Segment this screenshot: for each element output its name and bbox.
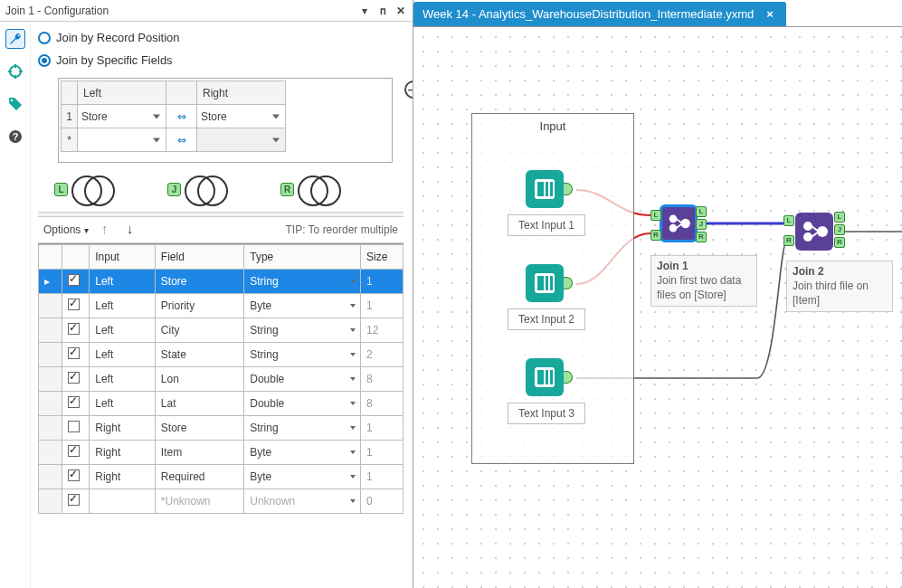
col-field[interactable]: Field [155, 245, 243, 270]
move-up-button[interactable]: ↑ [96, 221, 114, 239]
input-anchor-r[interactable]: R [650, 230, 661, 241]
checkbox[interactable] [68, 494, 80, 506]
output-anchor-j[interactable]: J [696, 219, 707, 230]
svg-rect-6 [546, 182, 548, 196]
canvas-panel: Week 14 - Analytics_WarehouseDistributio… [413, 0, 902, 588]
config-icon-rail: ? [0, 22, 31, 588]
table-row[interactable]: *UnknownUnknown0 [39, 489, 404, 514]
venn-icon [298, 175, 341, 203]
table-row[interactable]: LeftLatDouble8 [39, 392, 404, 416]
svg-rect-9 [537, 276, 544, 290]
tool-join-1[interactable]: L R L J R [660, 204, 698, 242]
move-down-button[interactable]: ↓ [121, 221, 139, 239]
wrench-icon[interactable] [5, 29, 25, 49]
col-size[interactable]: Size [361, 245, 404, 270]
checkbox[interactable] [68, 445, 80, 457]
tool-text-input-3[interactable] [526, 358, 564, 396]
dropdown-icon[interactable]: ▾ [358, 5, 371, 17]
document-tab-strip: Week 14 - Analytics_WarehouseDistributio… [413, 0, 902, 27]
svg-rect-14 [546, 370, 548, 384]
svg-rect-10 [546, 276, 548, 290]
col-input[interactable]: Input [90, 245, 156, 270]
right-field-select-empty [197, 128, 286, 152]
fields-table: Input Field Type Size ▸LeftStoreString1L… [38, 244, 404, 514]
table-row[interactable]: RightRequiredByte1 [39, 465, 404, 489]
container-title: Input [472, 114, 633, 138]
checkbox[interactable] [68, 347, 80, 359]
options-button[interactable]: Options ▾ [43, 223, 89, 236]
output-anchor-l[interactable]: L [834, 212, 845, 223]
venn-row: L J R [54, 175, 404, 203]
checkbox[interactable] [68, 372, 80, 384]
swap-icon[interactable]: ⇔ [166, 128, 197, 152]
svg-point-1 [10, 100, 13, 102]
checkbox[interactable] [68, 299, 80, 310]
svg-text:?: ? [12, 131, 18, 142]
left-field-select-empty[interactable] [78, 128, 166, 152]
tool-annotation-join1: Join 1 Join first two data files on [Sto… [650, 255, 757, 307]
workflow-canvas[interactable]: Input Text Input 1 Text Input 2 Text Inp… [413, 27, 902, 588]
output-anchor-l[interactable]: L [696, 206, 707, 217]
tool-label: Text Input 1 [508, 214, 585, 236]
tool-text-input-2[interactable] [526, 264, 564, 302]
table-row[interactable]: RightStoreString1 [39, 416, 404, 441]
swap-icon[interactable]: ⇔ [166, 105, 197, 128]
grid-header-left: Left [78, 81, 166, 105]
grid-header-right: Right [197, 81, 286, 105]
radio-label: Join by Specific Fields [56, 53, 173, 67]
target-icon[interactable] [5, 62, 25, 81]
venn-join[interactable]: J [167, 175, 228, 203]
document-tab[interactable]: Week 14 - Analytics_WarehouseDistributio… [413, 2, 786, 26]
radio-join-by-position[interactable]: Join by Record Position [38, 31, 404, 44]
close-tab-icon[interactable]: × [766, 7, 774, 21]
svg-rect-5 [537, 182, 544, 196]
input-anchor-l[interactable]: L [783, 215, 794, 226]
table-row[interactable]: LeftStateString2 [39, 343, 404, 367]
input-anchor-l[interactable]: L [650, 210, 661, 221]
tool-text-input-1[interactable] [526, 170, 564, 208]
left-field-select[interactable]: Store [78, 105, 166, 128]
tool-label: Text Input 3 [508, 403, 585, 424]
checkbox[interactable] [68, 396, 80, 408]
venn-right[interactable]: R [280, 175, 341, 203]
svg-point-20 [803, 232, 812, 242]
pin-icon[interactable]: ᴨ [376, 5, 389, 17]
svg-point-17 [669, 224, 678, 232]
radio-join-by-fields[interactable]: Join by Specific Fields [38, 53, 404, 67]
table-row[interactable]: ▸LeftStoreString1 [39, 270, 404, 294]
checkbox[interactable] [68, 421, 80, 432]
venn-left[interactable]: L [54, 175, 115, 203]
tag-icon[interactable] [5, 94, 25, 114]
input-anchor-r[interactable]: R [783, 235, 794, 246]
checkbox[interactable] [68, 469, 80, 481]
output-anchor-r[interactable]: R [696, 232, 707, 242]
col-type[interactable]: Type [244, 245, 361, 270]
panel-title-controls: ▾ ᴨ ✕ [358, 5, 407, 17]
svg-rect-11 [550, 276, 553, 290]
config-panel: Join 1 - Configuration ▾ ᴨ ✕ ? [0, 0, 413, 588]
panel-title-text: Join 1 - Configuration [5, 5, 109, 17]
join-fields-grid: Left Right 1 Store ⇔ Store * ⇔ [61, 81, 286, 152]
table-row[interactable]: LeftLonDouble8 [39, 367, 404, 392]
table-row[interactable]: LeftCityString12 [39, 318, 404, 343]
tool-join-2[interactable]: L R L J R [795, 213, 833, 251]
svg-rect-7 [550, 182, 553, 196]
right-field-select[interactable]: Store [197, 105, 286, 128]
panel-titlebar: Join 1 - Configuration ▾ ᴨ ✕ [0, 0, 413, 22]
svg-rect-13 [537, 370, 544, 384]
grid-row-new: * [62, 128, 78, 152]
help-icon[interactable]: ? [5, 127, 25, 147]
table-row[interactable]: RightItemByte1 [39, 441, 404, 465]
output-anchor-r[interactable]: R [834, 237, 845, 248]
radio-label: Join by Record Position [56, 31, 180, 44]
checkbox[interactable] [68, 323, 80, 335]
close-icon[interactable]: ✕ [394, 5, 407, 17]
remove-row-icon[interactable]: — [404, 81, 413, 99]
checkbox[interactable] [68, 274, 80, 286]
svg-point-16 [669, 215, 678, 223]
document-tab-label: Week 14 - Analytics_WarehouseDistributio… [423, 7, 754, 21]
output-anchor-j[interactable]: J [834, 224, 845, 235]
reorder-tip: TIP: To reorder multiple [286, 223, 399, 236]
table-row[interactable]: LeftPriorityByte1 [39, 294, 404, 318]
join-fields-box: — Left Right 1 Store ⇔ Store [58, 78, 393, 163]
